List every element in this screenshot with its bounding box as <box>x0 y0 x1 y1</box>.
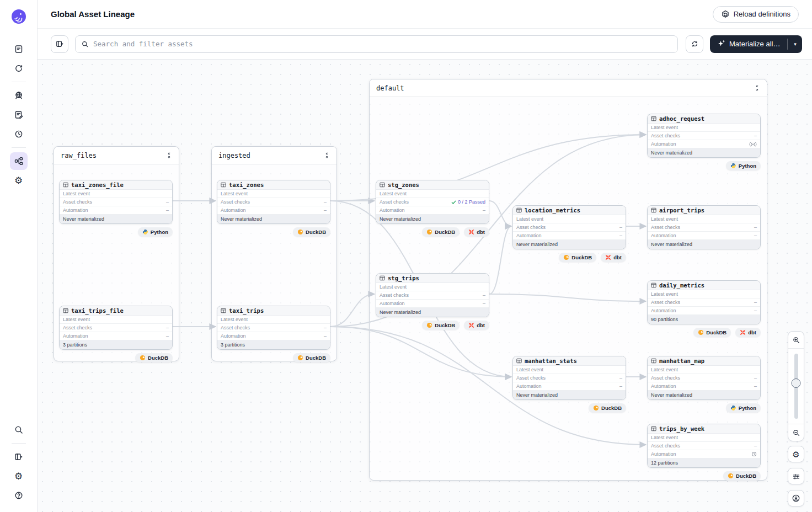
asset-card[interactable]: manhattan_mapLatest eventAsset checks–Au… <box>647 356 761 400</box>
clock-automation-icon <box>751 451 757 457</box>
zoom-slider-thumb[interactable] <box>792 378 801 388</box>
asset-card[interactable]: trips_by_weekLatest eventAsset checks–Au… <box>647 424 761 468</box>
asset-node-trips_by_week: trips_by_weekLatest eventAsset checks–Au… <box>647 424 761 481</box>
rail-settings-gear[interactable]: ⚙ <box>10 172 28 189</box>
asset-card[interactable]: manhattan_statsLatest eventAsset checks–… <box>512 356 626 400</box>
reload-definitions-button[interactable]: Reload definitions <box>713 6 799 23</box>
asset-card[interactable]: taxi_tripsLatest eventAsset checks–Autom… <box>217 306 330 350</box>
asset-card[interactable]: airport_tripsLatest eventAsset checks–Au… <box>647 205 761 249</box>
asset-card[interactable]: stg_zonesLatest eventAsset checks 0 / 2 … <box>376 180 489 224</box>
table-asset-icon <box>63 182 68 188</box>
top-bar: Global Asset Lineage Reload definitions <box>38 0 812 29</box>
dbt-icon <box>468 229 474 235</box>
automation-row: Automation– <box>648 382 760 391</box>
zoom-out-button[interactable] <box>788 424 804 441</box>
asset-name: location_metrics <box>525 207 580 214</box>
table-asset-icon <box>221 182 226 188</box>
latest-event-row: Latest event <box>648 290 760 298</box>
asset-checks-row: Asset checks– <box>648 298 760 307</box>
asset-node-daily_metrics: daily_metricsLatest eventAsset checks–Au… <box>647 280 761 337</box>
dbt-badge: dbt <box>464 321 489 330</box>
sensor-automation-icon <box>749 142 757 147</box>
rail-schedules-clock[interactable] <box>10 125 28 143</box>
graph-filters-button[interactable] <box>788 468 804 484</box>
latest-event-row: Latest event <box>648 215 760 223</box>
compute-kind-badges: Python <box>647 161 761 170</box>
automation-row: Automation– <box>513 382 626 391</box>
asset-name: airport_trips <box>659 207 704 214</box>
rail-runs-loop[interactable] <box>10 60 28 77</box>
asset-name: adhoc_request <box>659 115 704 122</box>
asset-card-header: manhattan_map <box>648 356 760 366</box>
asset-checks-row: Asset checks– <box>217 198 330 206</box>
graph-settings-button[interactable]: ⚙ <box>788 446 804 462</box>
gear-icon: ⚙ <box>14 472 23 481</box>
asset-card[interactable]: taxi_zones_fileLatest eventAsset checks–… <box>59 180 173 224</box>
compute-kind-badges: DuckDBdbt <box>647 328 761 337</box>
compute-kind-badges: DuckDB <box>217 227 330 237</box>
rail-divider <box>12 82 26 82</box>
asset-checks-row: Asset checks– <box>648 223 760 232</box>
asset-checks-row: Asset checks 0 / 2 Passed <box>376 198 489 206</box>
asset-card[interactable]: daily_metricsLatest eventAsset checks–Au… <box>647 280 761 324</box>
compute-kind-badges: Python <box>647 403 761 413</box>
rail-lineage-graph[interactable] <box>10 152 28 170</box>
asset-card[interactable]: taxi_trips_fileLatest eventAsset checks–… <box>59 306 173 350</box>
refresh-graph-button[interactable] <box>686 35 703 53</box>
asset-name: manhattan_stats <box>525 358 577 364</box>
asset-card[interactable]: stg_tripsLatest eventAsset checks–Automa… <box>376 273 489 317</box>
automation-row: Automation– <box>60 332 172 340</box>
automation-row: Automation <box>648 140 760 148</box>
duckdb-icon <box>297 355 303 361</box>
zoom-slider[interactable] <box>788 348 804 424</box>
materialization-status: 90 partitions <box>648 315 760 324</box>
table-asset-icon <box>651 116 656 121</box>
asset-node-location_metrics: location_metricsLatest eventAsset checks… <box>512 205 626 262</box>
materialization-status: Never materialized <box>376 308 489 317</box>
rail-help[interactable] <box>10 487 28 504</box>
materialize-all-button[interactable]: Materialize all… <box>710 35 787 53</box>
zoom-in-button[interactable] <box>788 332 804 348</box>
materialization-status: Never materialized <box>217 215 330 223</box>
dagster-logo-icon[interactable] <box>11 9 26 24</box>
duckdb-badge: DuckDB <box>135 353 173 362</box>
materialization-status: Never materialized <box>648 240 760 249</box>
latest-event-row: Latest event <box>376 283 489 291</box>
asset-card-header: trips_by_week <box>648 424 760 434</box>
table-asset-icon <box>651 358 656 364</box>
search-input[interactable] <box>93 40 672 48</box>
asset-checks-row: Asset checks– <box>217 324 330 332</box>
automation-row: Automation <box>648 450 760 458</box>
duckdb-badge: DuckDB <box>422 227 460 237</box>
duckdb-badge: DuckDB <box>559 253 596 262</box>
filters-sliders-icon <box>792 472 800 481</box>
download-view-button[interactable] <box>788 490 804 506</box>
asset-card-header: stg_trips <box>376 274 489 283</box>
rail-console-doc[interactable] <box>10 40 28 58</box>
asset-card-header: taxi_zones <box>217 180 330 190</box>
rail-jobs-note[interactable] <box>10 106 28 124</box>
asset-node-manhattan_stats: manhattan_statsLatest eventAsset checks–… <box>512 356 626 413</box>
rail-search[interactable] <box>10 421 28 439</box>
compute-kind-badges: DuckDB <box>59 353 173 362</box>
asset-card-header: taxi_zones_file <box>60 180 172 190</box>
automation-row: Automation– <box>513 232 626 240</box>
materialize-dropdown-caret[interactable]: ▾ <box>788 35 802 53</box>
page-title: Global Asset Lineage <box>51 9 135 19</box>
materialization-status: Never materialized <box>376 215 489 223</box>
asset-card[interactable]: taxi_zonesLatest eventAsset checks–Autom… <box>217 180 330 224</box>
rail-panel-toggle[interactable] <box>10 448 28 466</box>
materialization-status: Never materialized <box>513 240 626 249</box>
asset-card[interactable]: location_metricsLatest eventAsset checks… <box>512 205 626 249</box>
duckdb-badge: DuckDB <box>693 328 731 337</box>
asset-node-airport_trips: airport_tripsLatest eventAsset checks–Au… <box>647 205 761 253</box>
sidebar-expand-button[interactable] <box>51 35 68 53</box>
duckdb-icon <box>426 322 432 328</box>
lineage-canvas[interactable]: ⚙ raw_filesingesteddefaulttaxi_zones_fil… <box>38 60 812 512</box>
asset-name: manhattan_map <box>659 358 704 364</box>
latest-event-row: Latest event <box>513 366 626 374</box>
table-asset-icon <box>221 308 226 313</box>
rail-settings-gear-bottom[interactable]: ⚙ <box>10 467 28 485</box>
asset-card[interactable]: adhoc_requestLatest eventAsset checks–Au… <box>647 114 761 158</box>
rail-deployment-globe[interactable] <box>10 87 28 104</box>
